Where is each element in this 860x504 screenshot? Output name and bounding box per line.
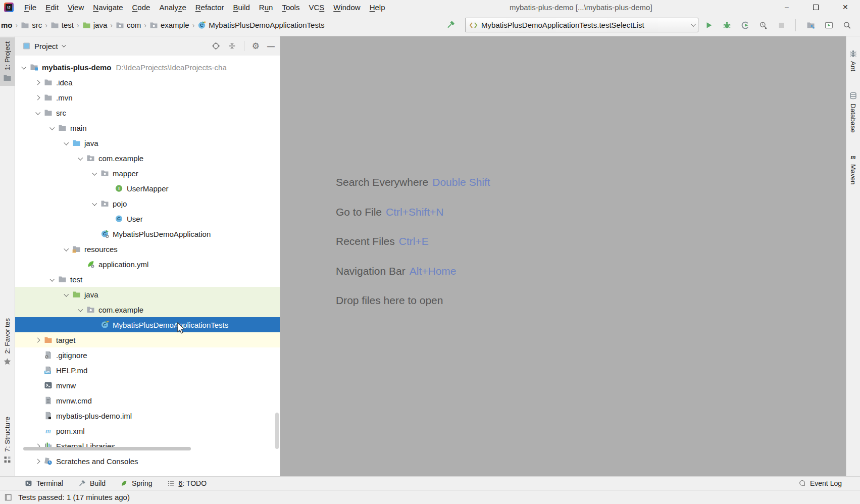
tree-toggle-expanded[interactable] <box>61 247 71 251</box>
tool-stripe-tab-database[interactable]: Database <box>846 88 860 137</box>
tree-row[interactable]: test <box>15 272 280 287</box>
breadcrumb-class-test-icon: C <box>197 21 206 29</box>
tree-toggle-expanded[interactable] <box>46 278 57 281</box>
menu-item-edit[interactable]: Edit <box>41 0 63 14</box>
tool-stripe-tab-ant[interactable]: Ant <box>846 45 860 75</box>
tree-row[interactable]: .idea <box>15 75 280 90</box>
breadcrumb-item-MybatisPlusDemoApplicationTests[interactable]: CMybatisPlusDemoApplicationTests <box>197 21 324 29</box>
tree-horizontal-scrollbar[interactable] <box>23 447 191 450</box>
menu-item-help[interactable]: Help <box>365 0 390 14</box>
breadcrumb-item-test[interactable]: test <box>50 21 74 29</box>
close-button[interactable]: ✕ <box>831 0 860 14</box>
header-separator <box>244 41 244 51</box>
menu-item-run[interactable]: Run <box>255 0 278 14</box>
menu-item-vcs[interactable]: VCS <box>304 0 329 14</box>
breadcrumb-item-java[interactable]: java <box>82 21 108 29</box>
tool-stripe-tab-2-favorites[interactable]: 2: Favorites <box>0 314 15 370</box>
tool-stripe-tab-1-project[interactable]: 1: Project <box>0 37 15 86</box>
profile-button[interactable] <box>755 18 771 33</box>
tree-toggle-collapsed[interactable] <box>32 96 43 99</box>
open-in-button[interactable] <box>803 18 819 33</box>
tree-row[interactable]: CMybatisPlusDemoApplicationTests <box>15 317 280 332</box>
menu-item-view[interactable]: View <box>63 0 88 14</box>
breadcrumb-folder-icon <box>50 21 59 29</box>
menu-item-tools[interactable]: Tools <box>277 0 304 14</box>
tree-row[interactable]: main <box>15 120 280 135</box>
tool-window-button-6-todo[interactable]: 6: TODO <box>167 479 207 487</box>
tree-toggle-expanded[interactable] <box>89 202 99 206</box>
tree-row[interactable]: java <box>15 287 280 302</box>
run-button[interactable] <box>701 18 717 33</box>
tree-row[interactable]: MDHELP.md <box>15 363 280 378</box>
maximize-button[interactable] <box>801 0 831 14</box>
menu-item-build[interactable]: Build <box>228 0 254 14</box>
run-anything-button[interactable] <box>821 18 837 33</box>
tree-row[interactable]: src <box>15 105 280 120</box>
tree-row[interactable]: java <box>15 135 280 150</box>
stop-button[interactable] <box>774 18 789 33</box>
toolwindow-toggle-icon[interactable] <box>4 493 13 501</box>
tree-row[interactable]: mybatis-plus-demoD:\IdeaProjects\IdeaPro… <box>15 60 280 75</box>
tool-window-button-build[interactable]: Build <box>77 479 106 488</box>
menu-item-analyze[interactable]: Analyze <box>155 0 190 14</box>
tree-row[interactable]: IUserMapper <box>15 181 280 196</box>
tree-toggle-expanded[interactable] <box>75 308 85 312</box>
project-view-selector[interactable]: Project <box>34 42 65 51</box>
menu-item-file[interactable]: File <box>20 0 41 14</box>
tool-stripe-tab-7-structure[interactable]: 7: Structure <box>0 413 15 468</box>
tree-toggle-expanded[interactable] <box>32 111 43 115</box>
tree-row[interactable]: mvnw.cmd <box>15 393 280 408</box>
breadcrumb-item-mo[interactable]: mo <box>1 21 13 29</box>
menu-item-window[interactable]: Window <box>329 0 365 14</box>
tree-row[interactable]: CUser <box>15 211 280 226</box>
breadcrumb-item-com[interactable]: com <box>116 21 141 29</box>
tool-window-button-event-log[interactable]: Event Log <box>798 479 842 487</box>
tree-row[interactable]: pojo <box>15 196 280 211</box>
minimize-button[interactable]: – <box>772 0 801 14</box>
tree-row[interactable]: External Libraries <box>15 438 280 453</box>
breadcrumb-folder-icon <box>21 21 29 29</box>
breadcrumb-item-src[interactable]: src <box>21 21 42 29</box>
tree-toggle-collapsed[interactable] <box>32 460 43 463</box>
build-hammer-icon[interactable] <box>442 18 458 33</box>
run-with-coverage-button[interactable] <box>737 18 753 33</box>
tool-window-button-spring[interactable]: Spring <box>120 479 152 487</box>
tree-toggle-expanded[interactable] <box>75 157 85 160</box>
tree-row[interactable]: mapper <box>15 166 280 181</box>
tree-row[interactable]: Scratches and Consoles <box>15 453 280 469</box>
tool-window-button-terminal[interactable]: Terminal <box>24 479 63 487</box>
tree-toggle-expanded[interactable] <box>61 141 71 145</box>
settings-gear-button[interactable]: ⚙ <box>252 42 260 51</box>
tree-row[interactable]: com.example <box>15 302 280 317</box>
tree-toggle-collapsed[interactable] <box>32 338 43 342</box>
collapse-all-button[interactable] <box>228 42 236 50</box>
tree-row[interactable]: mvnw <box>15 378 280 393</box>
tree-toggle-collapsed[interactable] <box>32 81 43 84</box>
breadcrumb-item-example[interactable]: example <box>149 21 189 29</box>
tree-toggle-expanded[interactable] <box>46 126 57 130</box>
tree-vertical-scrollbar[interactable] <box>275 413 279 449</box>
tree-row[interactable]: .mvn <box>15 90 280 105</box>
tree-row[interactable]: mybatis-plus-demo.iml <box>15 408 280 423</box>
debug-button[interactable] <box>719 18 735 33</box>
tool-stripe-tab-maven[interactable]: mMaven <box>846 148 860 189</box>
tree-row[interactable]: application.yml <box>15 257 280 272</box>
hide-button[interactable]: — <box>267 42 275 51</box>
menu-item-navigate[interactable]: Navigate <box>88 0 127 14</box>
tree-toggle-expanded[interactable] <box>89 172 99 175</box>
tree-row[interactable]: target <box>15 332 280 347</box>
run-configuration-select[interactable]: MybatisPlusDemoApplicationTests.testSele… <box>465 18 698 32</box>
tree-toggle-expanded[interactable] <box>61 293 71 296</box>
tree-row[interactable]: com.example <box>15 150 280 166</box>
menu-item-code[interactable]: Code <box>128 0 155 14</box>
search-everywhere-button[interactable] <box>839 18 855 33</box>
tree-row[interactable]: .gitignore <box>15 347 280 363</box>
menu-item-refactor[interactable]: Refactor <box>191 0 229 14</box>
tree-row[interactable]: CMybatisPlusDemoApplication <box>15 226 280 241</box>
locate-button[interactable] <box>212 42 220 50</box>
tree-row[interactable]: mpom.xml <box>15 423 280 438</box>
folder-resources-icon <box>71 245 81 254</box>
tree-toggle-expanded[interactable] <box>18 66 29 69</box>
project-tool-icon <box>22 42 31 50</box>
tree-row[interactable]: resources <box>15 241 280 257</box>
